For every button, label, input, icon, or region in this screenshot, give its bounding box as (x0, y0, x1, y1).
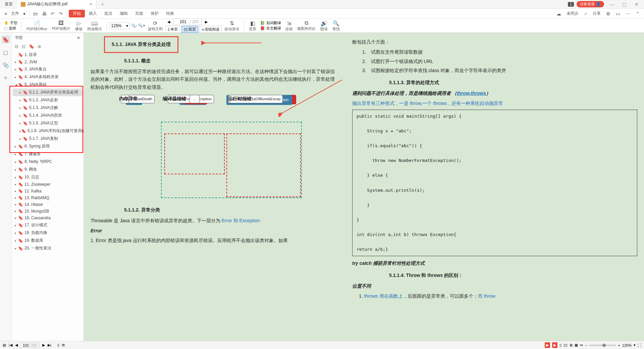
bookmark-item[interactable]: 🔖3. JAVA集合 (13, 65, 82, 73)
document-content[interactable]: 5.1.1. JAVA 异常分类及处理 5.1.1.1. 概念 如果某个方法不能… (84, 33, 644, 341)
menu-page[interactable]: 页面 (132, 10, 147, 17)
view-double[interactable]: ▯▯双页 (181, 26, 198, 33)
tool-compress[interactable]: ⇲压缩 (283, 20, 294, 32)
status-layout4-icon[interactable]: ▦ (575, 343, 578, 347)
bookmark-tree[interactable]: 🔖1. 目录🔖2. JVM🔖3. JAVA集合🔖4. JAVA多线程并发🔖5. … (11, 50, 84, 341)
bookmark-item[interactable]: 🔖15. MongoDB (13, 208, 82, 215)
menu-annotate[interactable]: 批注 (101, 10, 116, 17)
bookmark-item[interactable]: 🔖5. JAVA基础 (13, 81, 82, 89)
status-view2-icon[interactable]: ⧉ (62, 343, 65, 347)
open-icon[interactable]: 🗁 (32, 10, 40, 17)
bookmark-item[interactable]: 🔖16. Cassandra (13, 215, 82, 221)
bookmark-item[interactable]: 🔖12. Kafka (13, 188, 82, 194)
tool-read-aloud[interactable]: 🔊朗读 (318, 20, 330, 32)
undo-icon[interactable]: ↶ (49, 10, 56, 17)
status-layout2-icon[interactable]: ▯▯ (564, 343, 568, 347)
status-view1-icon[interactable]: ▯ (57, 343, 59, 347)
bookmark-item[interactable]: 🔖18. 负载均衡 (13, 229, 82, 237)
bookmark-item[interactable]: 🔖17. 设计模式 (13, 221, 82, 229)
tool-pdf-to-office[interactable]: 📄PDF转Office (24, 20, 49, 32)
zoom-in-status-icon[interactable]: + (618, 343, 620, 347)
collapse-icon[interactable]: ⌃ (634, 10, 641, 17)
zoom-slider[interactable] (589, 345, 616, 346)
bookmark-item[interactable]: 🔖5.1.1. JAVA异常分类及处理 (13, 89, 82, 96)
menu-dropdown-icon[interactable]: ▾ (21, 10, 27, 17)
unsync-label[interactable]: 未同步 (565, 10, 580, 17)
tab-document[interactable]: JAVA核心知识整理.pdf ✕ (17, 0, 96, 9)
menu-edit[interactable]: 编辑 (116, 10, 131, 17)
bookmark-close-icon[interactable]: ✕ (77, 36, 80, 40)
status-layout1-icon[interactable]: ▯ (559, 343, 561, 347)
window-icon[interactable]: ▭ (614, 10, 622, 17)
menu-hamburger-icon[interactable]: ≡ (3, 10, 9, 17)
bookmark-item[interactable]: 🔖5.1.6. JAVA序列化(创建可复用的Java对象) (13, 127, 82, 135)
view-continuous[interactable]: ≡连续阅读 (200, 26, 222, 33)
ai-icon[interactable]: ✧ (2, 74, 10, 82)
share-label[interactable]: 分享 (591, 10, 602, 17)
menu-insert[interactable]: 插入 (86, 10, 100, 17)
status-page-input[interactable]: 101/ 283 (20, 343, 40, 348)
tool-play[interactable]: ▷播放 (73, 20, 85, 32)
menu-protect[interactable]: 保护 (147, 10, 162, 17)
view-single[interactable]: ▯单页 (165, 26, 180, 33)
tool-rotate[interactable]: ⟳旋转文档 (146, 20, 165, 32)
bookmark-item[interactable]: 🔖1. 目录 (13, 51, 82, 59)
page-prev-icon[interactable]: ◀ (165, 20, 172, 24)
page-next-icon[interactable]: ▶ (203, 20, 210, 24)
tool-read-mode[interactable]: 📖阅读模式 (85, 20, 104, 32)
tool-compare[interactable]: ⧉截图和对比 (295, 20, 318, 31)
bookmark-item[interactable]: 🔖6. Spring 原理 (13, 142, 82, 150)
cloud-icon[interactable]: ☁ (555, 10, 563, 17)
fullscreen-icon[interactable]: ⛶ (638, 343, 641, 347)
bookmark-item[interactable]: 🔖13. RabbitMQ (13, 194, 82, 201)
status-fit-icon[interactable]: ⇔ (580, 343, 583, 347)
bookmark-item[interactable]: 🔖5.1.4. JAVA内部类 (13, 112, 82, 119)
bookmark-item[interactable]: 🔖19. 数据库 (13, 237, 82, 244)
minimize-button[interactable]: — (607, 2, 617, 7)
tab-close[interactable]: ✕ (89, 2, 93, 7)
zoom-out-icon[interactable]: 🔍- (131, 23, 137, 28)
menu-convert[interactable]: 转换 (163, 10, 177, 17)
tool-hand[interactable]: ✋手型 (4, 20, 17, 25)
zoom-dropdown-icon[interactable]: ▾ (634, 343, 636, 347)
close-button[interactable]: ✕ (632, 2, 641, 7)
bookmark-item[interactable]: 🔖14. Hbase (13, 201, 82, 208)
bookmark-item[interactable]: 🔖5.1.7. JAVA复制 (13, 135, 82, 142)
tab-home[interactable]: 首页 (0, 0, 17, 9)
thumbnail-icon[interactable]: ▢ (2, 48, 10, 56)
bm-tool-2[interactable]: ⊡ (22, 44, 25, 49)
bm-tool-1[interactable]: ⊟ (15, 44, 18, 49)
tool-background[interactable]: ◧背景 (247, 20, 258, 32)
bookmark-icon[interactable]: 🔖 (2, 36, 10, 44)
status-next-icon[interactable]: ▶ (42, 343, 45, 347)
bookmark-item[interactable]: 🔖2. JVM (13, 59, 82, 65)
maximize-button[interactable]: ▢ (620, 2, 629, 7)
tool-find[interactable]: 🔍查找 (330, 20, 342, 32)
page-input[interactable]: 101/ 283 (173, 18, 202, 25)
bm-tool-3[interactable]: 🔖 (29, 44, 34, 49)
status-prev-icon[interactable]: ◀ (15, 343, 18, 347)
menu-start[interactable]: 开始 (69, 10, 85, 17)
save-icon[interactable]: 🖶 (40, 10, 48, 17)
login-button[interactable]: 访客登录👤 (577, 1, 604, 7)
status-layout3-icon[interactable]: ⊞ (570, 343, 573, 347)
status-first-icon[interactable]: |◀ (9, 343, 12, 347)
bookmark-item[interactable]: 🔖7. 微服务 (13, 150, 82, 158)
bookmark-item[interactable]: 🔖10. 日志 (13, 173, 82, 181)
bookmark-item[interactable]: 🔖11. Zookeeper (13, 181, 82, 188)
status-last-icon[interactable]: ▶| (48, 343, 51, 347)
bookmark-item[interactable]: 🔖9. 网络 (13, 166, 82, 173)
bookmark-item[interactable]: 🔖5.1.3. JAVA注解 (13, 104, 82, 112)
notification-badge[interactable]: 1 (568, 2, 574, 7)
zoom-out-status-icon[interactable]: − (585, 343, 587, 347)
bookmark-item[interactable]: 🔖5.1.2. JAVA反射 (13, 96, 82, 104)
bookmark-item[interactable]: 🔖5.1.5. JAVA泛型 (13, 119, 82, 127)
more-icon[interactable]: ⋯ (624, 10, 632, 17)
settings-icon[interactable]: ⚙ (604, 10, 612, 17)
tab-add[interactable]: + (101, 1, 104, 7)
zoom-input[interactable]: 125%▾ (110, 22, 130, 29)
bm-tool-4[interactable]: ⊕ (38, 44, 41, 49)
tool-word-translate[interactable]: 📗划词翻译 (260, 20, 281, 25)
zoom-in-icon[interactable]: 🔍+ (138, 23, 145, 28)
bookmark-item[interactable]: 🔖20. 一致性算法 (13, 244, 82, 252)
